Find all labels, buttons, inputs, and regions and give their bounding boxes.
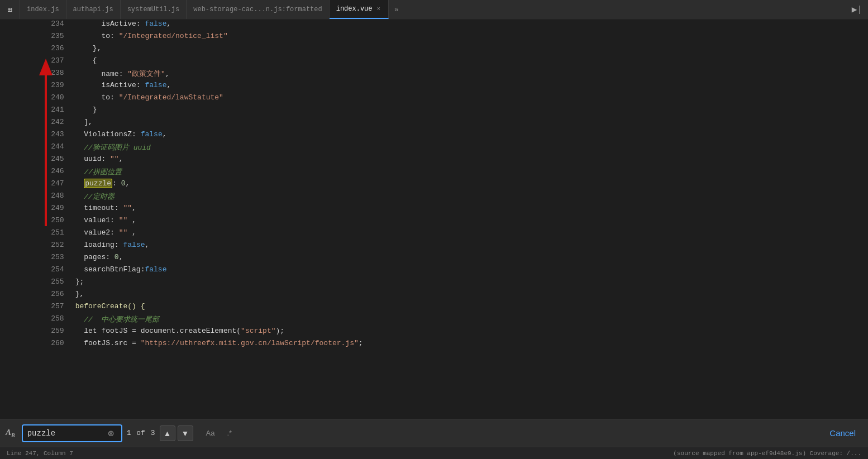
search-next-btn[interactable]: ▼: [178, 425, 193, 441]
table-row: 237 {: [0, 56, 868, 69]
table-row: 234 isActive: false,: [0, 20, 868, 32]
line-code: value2: "" ,: [73, 228, 868, 241]
tab-nav-left-btn[interactable]: ⊞: [0, 0, 20, 19]
line-number: 251: [0, 228, 73, 241]
table-row: 256},: [0, 290, 868, 302]
search-count: 1 of 3: [127, 429, 155, 437]
line-number: 239: [0, 81, 73, 93]
table-row: 252 loading: false,: [0, 241, 868, 253]
table-row: 239 isActive: false,: [0, 81, 868, 93]
tab-web-storage[interactable]: web-storage-cac...n.js:formatted: [187, 0, 329, 19]
table-row: 236 },: [0, 44, 868, 56]
line-number: 253: [0, 253, 73, 265]
line-number: 259: [0, 327, 73, 339]
line-number: 240: [0, 93, 73, 106]
table-row: 250 value1: "" ,: [0, 216, 868, 228]
split-editor-icon[interactable]: ▶|: [852, 4, 862, 15]
search-highlight: puzzle: [84, 179, 112, 188]
line-number: 254: [0, 265, 73, 278]
tab-authapi-js-label: authapi.js: [73, 6, 113, 13]
line-code: pages: 0,: [73, 253, 868, 265]
table-row: 260 footJS.src = "https://uthreefx.miit.…: [0, 339, 868, 351]
case-sensitive-icon: AB: [6, 428, 15, 438]
line-number: 252: [0, 241, 73, 253]
line-number: 245: [0, 155, 73, 167]
table-row: 257beforeCreate() {: [0, 302, 868, 314]
line-code: //定时器: [73, 192, 868, 204]
line-code: ViolationsZ: false,: [73, 130, 868, 142]
search-bar: AB ⊗ 1 of 3 ▲ ▼ Aa .* Cancel: [0, 419, 868, 447]
table-row: 235 to: "/Integrated/notice_list": [0, 32, 868, 44]
status-bar: Line 247, Column 7 (source mapped from a…: [0, 447, 868, 459]
line-code: //验证码图片 uuid: [73, 142, 868, 155]
code-scroll[interactable]: 234 isActive: false,235 to: "/Integrated…: [0, 20, 868, 419]
line-number: 244: [0, 142, 73, 155]
tab-web-storage-label: web-storage-cac...n.js:formatted: [193, 6, 322, 13]
tab-bar: ⊞ index.js authapi.js systemUtil.js web-…: [0, 0, 868, 20]
table-row: 242 ],: [0, 118, 868, 130]
line-code: isActive: false,: [73, 81, 868, 93]
table-row: 245 uuid: "",: [0, 155, 868, 167]
search-clear-icon[interactable]: ⊗: [106, 428, 117, 439]
table-row: 247 puzzle: 0,: [0, 179, 868, 192]
line-number: 246: [0, 167, 73, 179]
search-input[interactable]: [27, 429, 106, 438]
line-number: 250: [0, 216, 73, 228]
cursor-position: Line 247, Column 7: [7, 450, 73, 457]
line-number: 243: [0, 130, 73, 142]
line-number: 258: [0, 314, 73, 327]
table-row: 238 name: "政策文件",: [0, 69, 868, 81]
line-code: footJS.src = "https://uthreefx.miit.gov.…: [73, 339, 868, 351]
line-number: 237: [0, 56, 73, 69]
line-number: 236: [0, 44, 73, 56]
line-code: beforeCreate() {: [73, 302, 868, 314]
line-code: timeout: "",: [73, 204, 868, 216]
search-of: of: [136, 429, 145, 437]
line-code: let footJS = document.createElement("scr…: [73, 327, 868, 339]
collapse-left-icon: ⊞: [7, 5, 12, 15]
table-row: 246 //拼图位置: [0, 167, 868, 179]
tab-systemutil-js[interactable]: systemUtil.js: [121, 0, 187, 19]
source-map-info: (source mapped from app-ef9d48e9.js) Cov…: [673, 450, 861, 457]
match-case-btn[interactable]: Aa: [202, 425, 219, 441]
line-code: ],: [73, 118, 868, 130]
tab-index-vue[interactable]: index.vue ×: [330, 0, 389, 19]
line-number: 260: [0, 339, 73, 351]
table-row: 244 //验证码图片 uuid: [0, 142, 868, 155]
table-row: 251 value2: "" ,: [0, 228, 868, 241]
line-number: 235: [0, 32, 73, 44]
search-current: 1: [127, 429, 131, 437]
search-prev-btn[interactable]: ▲: [160, 425, 175, 441]
line-code: },: [73, 290, 868, 302]
search-cancel-btn[interactable]: Cancel: [823, 426, 862, 440]
overflow-icon: »: [394, 6, 399, 14]
line-number: 248: [0, 192, 73, 204]
line-code: puzzle: 0,: [73, 179, 868, 192]
tab-index-vue-label: index.vue: [336, 5, 373, 13]
table-row: 241 }: [0, 106, 868, 118]
regex-btn[interactable]: .*: [223, 425, 236, 441]
tab-index-js[interactable]: index.js: [20, 0, 66, 19]
line-number: 247: [0, 179, 73, 192]
line-code: };: [73, 278, 868, 290]
table-row: 258 // 中心要求统一尾部: [0, 314, 868, 327]
search-total: 3: [151, 429, 155, 437]
line-number: 234: [0, 20, 73, 32]
table-row: 243 ViolationsZ: false,: [0, 130, 868, 142]
tab-close-icon[interactable]: ×: [376, 5, 382, 13]
search-input-wrap: ⊗: [22, 424, 122, 442]
tab-overflow-btn[interactable]: »: [389, 0, 404, 19]
line-number: 241: [0, 106, 73, 118]
table-row: 240 to: "/Integrated/lawStatute": [0, 93, 868, 106]
line-code: searchBtnFlag:false: [73, 265, 868, 278]
line-code: name: "政策文件",: [73, 69, 868, 81]
line-code: }: [73, 106, 868, 118]
tab-authapi-js[interactable]: authapi.js: [66, 0, 121, 19]
line-number: 249: [0, 204, 73, 216]
line-code: loading: false,: [73, 241, 868, 253]
table-row: 259 let footJS = document.createElement(…: [0, 327, 868, 339]
table-row: 254 searchBtnFlag:false: [0, 265, 868, 278]
editor-area: 234 isActive: false,235 to: "/Integrated…: [0, 20, 868, 419]
tab-systemutil-js-label: systemUtil.js: [127, 6, 180, 13]
line-code: isActive: false,: [73, 20, 868, 32]
